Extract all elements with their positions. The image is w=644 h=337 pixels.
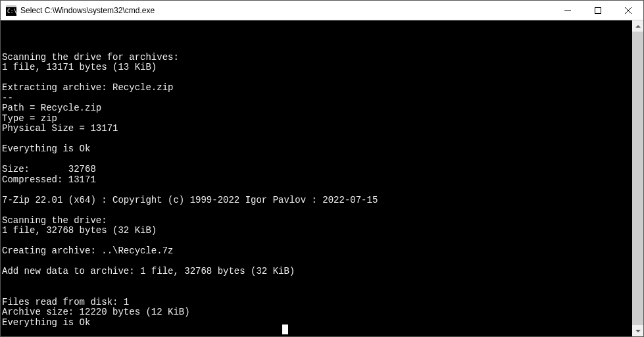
console-line bbox=[2, 73, 631, 84]
maximize-icon bbox=[595, 7, 601, 14]
console-line bbox=[2, 257, 631, 267]
minimize-icon bbox=[564, 7, 571, 14]
console-line: Scanning the drive for archives: bbox=[2, 53, 631, 63]
console-line: 1 file, 32768 bytes (32 KiB) bbox=[2, 226, 631, 236]
svg-text:C:\: C:\ bbox=[7, 9, 16, 14]
console-line bbox=[2, 155, 631, 165]
svg-rect-4 bbox=[595, 7, 601, 13]
console-line: Physical Size = 13171 bbox=[2, 124, 631, 134]
scroll-down-button[interactable] bbox=[632, 325, 643, 336]
console-line bbox=[2, 328, 631, 336]
window-controls bbox=[553, 1, 643, 20]
cmd-window: C:\ Select C:\Windows\system32\cmd.exe S… bbox=[0, 0, 644, 337]
console-line bbox=[2, 205, 631, 216]
console-line: Archive size: 12220 bytes (12 KiB) bbox=[2, 307, 631, 318]
console-line: Everything is Ok bbox=[2, 144, 631, 155]
console-line bbox=[2, 134, 631, 145]
console-line: Everything is Ok bbox=[2, 318, 631, 328]
console-line: Compressed: 13171 bbox=[2, 175, 631, 186]
console-output[interactable]: Scanning the drive for archives:1 file, … bbox=[1, 20, 632, 336]
console-line bbox=[2, 287, 631, 298]
cmd-icon: C:\ bbox=[6, 5, 16, 16]
svg-marker-8 bbox=[635, 330, 641, 332]
console-line: Extracting archive: Recycle.zip bbox=[2, 83, 631, 93]
vertical-scrollbar[interactable] bbox=[632, 20, 643, 336]
console-line: Add new data to archive: 1 file, 32768 b… bbox=[2, 267, 631, 277]
close-icon bbox=[625, 7, 632, 14]
console-line: 1 file, 13171 bytes (13 KiB) bbox=[2, 63, 631, 73]
maximize-button[interactable] bbox=[583, 1, 613, 20]
selection-cursor bbox=[282, 324, 288, 334]
console-line: Creating archive: ..\Recycle.7z bbox=[2, 246, 631, 257]
console-line: -- bbox=[2, 93, 631, 104]
scroll-up-button[interactable] bbox=[632, 20, 643, 32]
console-line bbox=[2, 236, 631, 247]
scroll-thumb[interactable] bbox=[632, 32, 643, 325]
chevron-up-icon bbox=[635, 25, 641, 28]
chevron-down-icon bbox=[635, 330, 641, 332]
console-line: Size: 32768 bbox=[2, 165, 631, 175]
console-line bbox=[2, 277, 631, 288]
console-line: Type = zip bbox=[2, 114, 631, 124]
content-area: Scanning the drive for archives:1 file, … bbox=[1, 20, 643, 336]
console-line: Path = Recycle.zip bbox=[2, 103, 631, 114]
svg-marker-7 bbox=[635, 25, 641, 28]
console-line: Files read from disk: 1 bbox=[2, 298, 631, 308]
console-line bbox=[2, 185, 631, 195]
window-title: Select C:\Windows\system32\cmd.exe bbox=[20, 6, 553, 15]
close-button[interactable] bbox=[613, 1, 643, 20]
console-line: 7-Zip 22.01 (x64) : Copyright (c) 1999-2… bbox=[2, 195, 631, 206]
console-line: Scanning the drive: bbox=[2, 216, 631, 226]
minimize-button[interactable] bbox=[553, 1, 583, 20]
scroll-track[interactable] bbox=[632, 32, 643, 325]
svg-rect-1 bbox=[6, 5, 16, 7]
titlebar[interactable]: C:\ Select C:\Windows\system32\cmd.exe bbox=[1, 1, 643, 20]
